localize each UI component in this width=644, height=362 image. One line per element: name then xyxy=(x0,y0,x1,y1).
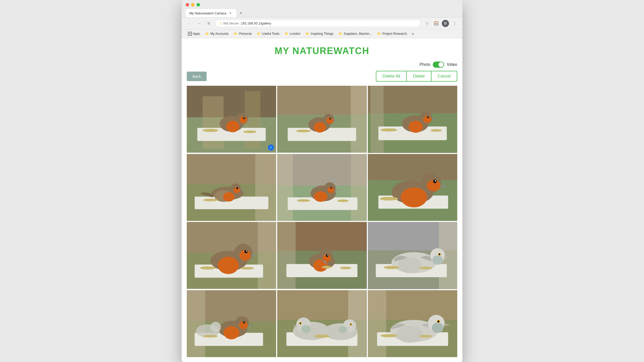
photo-cell-10[interactable] xyxy=(187,290,276,357)
svg-point-114 xyxy=(419,267,432,269)
svg-point-145 xyxy=(314,334,330,338)
folder-icon: 📁 xyxy=(377,32,381,36)
svg-point-85 xyxy=(246,251,247,252)
address-bar: ← → ↻ ⚠ Not Secure 192.168.50.1/gallery … xyxy=(182,18,462,29)
bookmark-inspiring-things-label: Inspiring Things xyxy=(311,32,333,36)
photo-video-toggle[interactable] xyxy=(433,62,444,68)
profile-button[interactable]: D xyxy=(442,20,449,27)
bookmark-personal[interactable]: 📁 Personal xyxy=(232,31,253,36)
svg-point-110 xyxy=(438,254,440,255)
svg-point-60 xyxy=(331,187,332,188)
svg-rect-28 xyxy=(370,86,384,153)
photo-cell-9[interactable] xyxy=(368,222,457,289)
svg-point-88 xyxy=(241,267,254,270)
svg-point-107 xyxy=(398,257,422,273)
bookmark-london[interactable]: 📁 London xyxy=(283,31,303,36)
folder-icon: 📁 xyxy=(257,32,261,36)
bookmark-my-accounts-label: My Accounts xyxy=(210,32,229,36)
minimize-window-button[interactable] xyxy=(191,3,194,6)
photo-cell-8[interactable] xyxy=(277,222,367,289)
photo-label: Photo xyxy=(420,62,430,67)
extensions-button[interactable]: 🪟 xyxy=(433,20,440,27)
svg-rect-54 xyxy=(351,154,367,221)
new-tab-button[interactable]: + xyxy=(237,10,244,17)
page-title: MY NATUREWATCH xyxy=(182,46,462,56)
svg-point-138 xyxy=(300,323,301,324)
svg-point-25 xyxy=(296,130,311,132)
maximize-window-button[interactable] xyxy=(197,3,200,6)
page-header: MY NATUREWATCH xyxy=(182,38,462,62)
svg-point-84 xyxy=(244,250,248,253)
back-nav-button[interactable]: ← xyxy=(186,20,193,27)
photo-cell-12[interactable] xyxy=(368,290,457,357)
active-tab[interactable]: My Naturewatch Camera ✕ xyxy=(186,9,236,17)
bookmark-useful-tools[interactable]: 📁 Useful Tools xyxy=(255,31,282,36)
cancel-button[interactable]: Cancel xyxy=(431,71,457,82)
tab-close-button[interactable]: ✕ xyxy=(228,11,233,15)
traffic-lights xyxy=(186,3,458,6)
svg-point-45 xyxy=(223,192,235,202)
svg-rect-91 xyxy=(277,222,296,289)
folder-icon: 📁 xyxy=(338,32,342,36)
delete-button[interactable]: Delete xyxy=(407,71,431,82)
more-bookmarks-button[interactable]: » xyxy=(410,31,416,37)
svg-rect-148 xyxy=(368,290,386,357)
svg-point-64 xyxy=(337,199,349,202)
back-button[interactable]: Back xyxy=(187,72,207,81)
svg-point-81 xyxy=(218,257,239,274)
svg-point-75 xyxy=(380,197,398,200)
bookmark-apps[interactable]: Apps xyxy=(186,31,202,37)
svg-point-136 xyxy=(301,325,311,333)
svg-point-157 xyxy=(380,334,397,337)
delete-all-button[interactable]: Delete All xyxy=(376,71,407,82)
photo-cell-7[interactable] xyxy=(187,222,276,289)
svg-point-127 xyxy=(210,322,221,332)
controls-row: Back Delete All Delete Cancel xyxy=(182,71,462,86)
photo-cell-6[interactable] xyxy=(368,154,457,221)
svg-point-22 xyxy=(329,118,331,119)
toggle-knob xyxy=(438,62,444,67)
forward-nav-button[interactable]: → xyxy=(196,20,203,27)
tab-title: My Naturewatch Camera xyxy=(189,11,226,15)
svg-rect-78 xyxy=(258,222,276,289)
photo-cell-1[interactable]: ✓ xyxy=(187,86,276,153)
bookmark-inspiring-things[interactable]: 📁 Inspiring Things xyxy=(303,31,335,36)
photo-cell-5[interactable] xyxy=(277,154,367,221)
bookmark-project-research-label: Project Research xyxy=(382,32,407,36)
warning-icon: ⚠ xyxy=(219,22,222,25)
bookmarks-bar: Apps 📁 My Accounts 📁 Personal 📁 Useful T… xyxy=(182,29,462,38)
svg-point-100 xyxy=(322,266,332,269)
bookmark-useful-tools-label: Useful Tools xyxy=(262,32,279,36)
bookmark-project-research[interactable]: 📁 Project Research xyxy=(375,31,409,36)
svg-rect-16 xyxy=(351,86,367,153)
svg-point-154 xyxy=(437,320,439,322)
svg-point-50 xyxy=(203,199,218,201)
menu-button[interactable]: ⋮ xyxy=(451,20,458,27)
not-secure-indicator: ⚠ Not Secure xyxy=(219,22,239,25)
folder-icon: 📁 xyxy=(205,32,209,36)
svg-point-6 xyxy=(226,121,239,132)
svg-point-13 xyxy=(243,131,257,133)
svg-point-57 xyxy=(314,191,327,202)
video-label: Video xyxy=(447,62,457,67)
svg-point-112 xyxy=(432,255,443,265)
folder-icon: 📁 xyxy=(285,32,289,36)
svg-point-113 xyxy=(384,266,399,269)
svg-point-73 xyxy=(435,180,436,181)
star-button[interactable]: ☆ xyxy=(423,20,430,27)
photo-cell-11[interactable] xyxy=(277,290,367,357)
bookmark-suppliers[interactable]: 📁 Suppliers, Machin... xyxy=(336,31,374,36)
close-window-button[interactable] xyxy=(186,3,189,6)
svg-point-97 xyxy=(326,254,328,257)
photo-cell-2[interactable] xyxy=(277,86,367,153)
url-bar[interactable]: ⚠ Not Secure 192.168.50.1/gallery xyxy=(215,20,421,27)
svg-point-128 xyxy=(203,335,218,337)
photo-cell-3[interactable] xyxy=(368,86,457,153)
svg-point-101 xyxy=(340,267,351,269)
reload-button[interactable]: ↻ xyxy=(205,20,213,27)
svg-point-142 xyxy=(339,326,347,333)
photo-cell-4[interactable] xyxy=(187,154,276,221)
svg-rect-41 xyxy=(255,154,276,221)
bookmark-my-accounts[interactable]: 📁 My Accounts xyxy=(203,31,231,36)
svg-point-151 xyxy=(397,326,423,342)
